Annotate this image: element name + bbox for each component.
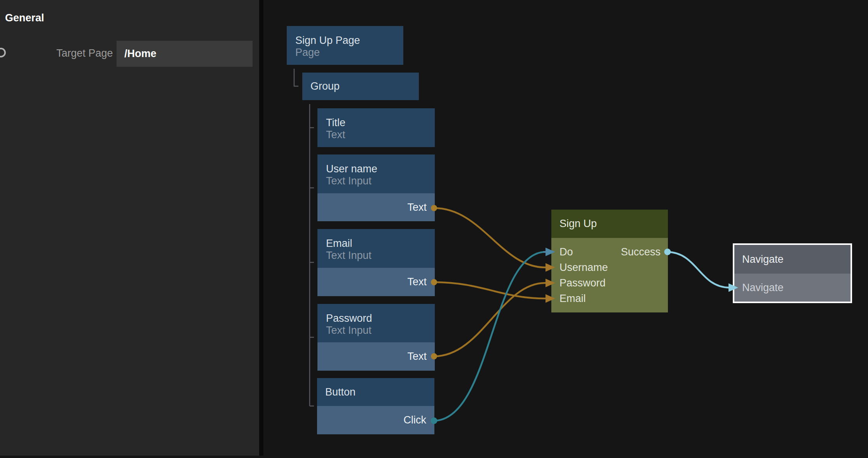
navigate-input-row[interactable]: Navigate (734, 274, 851, 302)
port-label: Text (407, 350, 427, 363)
node-button[interactable]: Button (317, 378, 434, 406)
properties-panel: General Target Page /Home (0, 0, 263, 456)
node-subtitle: Page (295, 47, 403, 59)
node-subtitle: Text (326, 129, 435, 141)
node-title: Sign Up Page (295, 35, 403, 47)
node-title: Button (325, 386, 356, 398)
wire-click-to-do[interactable] (434, 252, 545, 421)
port-label: Text (407, 201, 427, 213)
signup-action-body[interactable]: Do Success Username Password Email (551, 238, 668, 312)
target-page-label: Target Page (56, 47, 113, 59)
node-title-text[interactable]: Title Text (317, 108, 435, 147)
button-click-port-row[interactable]: Click (317, 406, 434, 434)
node-subtitle: Text Input (326, 175, 435, 187)
input-label-do: Do (559, 246, 573, 258)
output-label-success: Success (621, 246, 661, 258)
password-text-port-row[interactable]: Text (317, 342, 435, 371)
port-label: Text (407, 276, 427, 288)
node-subtitle: Text Input (326, 250, 435, 262)
node-email[interactable]: Email Text Input (317, 229, 435, 268)
navigate-header[interactable]: Navigate (734, 245, 851, 274)
node-signup-action[interactable]: Sign Up (551, 210, 668, 238)
port-label: Click (404, 414, 427, 426)
loop-icon (0, 48, 6, 57)
node-title: User name (326, 163, 435, 175)
wire-username-text-to-username[interactable] (434, 208, 545, 267)
node-group[interactable]: Group (302, 73, 419, 100)
node-username[interactable]: User name Text Input (317, 154, 435, 193)
tree-line-page-group (294, 69, 298, 86)
node-navigate-selected[interactable]: Navigate Navigate (733, 243, 852, 303)
node-title: Email (326, 238, 435, 250)
input-label-username: Username (559, 262, 608, 274)
wire-password-text-to-password[interactable] (434, 283, 545, 356)
node-title: Group (310, 80, 340, 92)
node-title: Password (326, 312, 435, 324)
input-label-password: Password (559, 277, 606, 289)
node-sign-up-page[interactable]: Sign Up Page Page (287, 26, 403, 65)
email-text-port-row[interactable]: Text (317, 268, 435, 296)
tree-stubs (310, 128, 314, 406)
panel-title: General (5, 12, 44, 24)
flow-editor: General Target Page /Home Sign Up Page P… (0, 0, 868, 458)
wire-success-to-navigate[interactable] (668, 252, 729, 288)
input-label-navigate: Navigate (742, 282, 784, 294)
node-title: Navigate (742, 253, 784, 265)
node-password[interactable]: Password Text Input (317, 304, 435, 342)
wire-email-text-to-email[interactable] (434, 282, 545, 298)
target-page-input[interactable]: /Home (117, 41, 253, 67)
input-label-email: Email (559, 293, 586, 305)
username-text-port-row[interactable]: Text (317, 193, 435, 221)
node-title: Title (326, 117, 435, 129)
node-title: Sign Up (559, 218, 597, 230)
node-subtitle: Text Input (326, 324, 435, 337)
